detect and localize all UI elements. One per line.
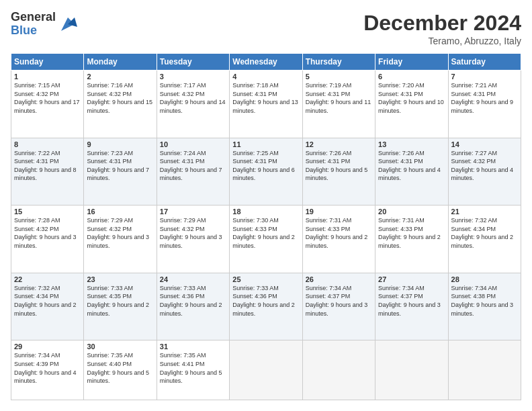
day-info: Sunrise: 7:35 AMSunset: 4:40 PMDaylight:… <box>87 351 153 385</box>
table-row: 14Sunrise: 7:27 AMSunset: 4:32 PMDayligh… <box>448 138 521 205</box>
day-number: 26 <box>306 275 372 283</box>
logo: General Blue <box>11 11 77 38</box>
day-info: Sunrise: 7:21 AMSunset: 4:31 PMDaylight:… <box>451 81 518 115</box>
table-row: 27Sunrise: 7:34 AMSunset: 4:37 PMDayligh… <box>375 273 448 340</box>
day-number: 9 <box>87 140 153 148</box>
day-info: Sunrise: 7:33 AMSunset: 4:35 PMDaylight:… <box>87 284 153 318</box>
day-number: 23 <box>87 275 153 283</box>
day-number: 17 <box>160 208 226 216</box>
table-row: 24Sunrise: 7:33 AMSunset: 4:36 PMDayligh… <box>157 273 229 340</box>
day-info: Sunrise: 7:27 AMSunset: 4:32 PMDaylight:… <box>451 149 518 183</box>
day-number: 5 <box>306 73 372 81</box>
day-info: Sunrise: 7:15 AMSunset: 4:32 PMDaylight:… <box>14 81 81 115</box>
day-number: 7 <box>451 73 518 81</box>
month-title: December 2024 <box>363 11 521 36</box>
table-row: 3Sunrise: 7:17 AMSunset: 4:32 PMDaylight… <box>157 71 229 138</box>
day-info: Sunrise: 7:28 AMSunset: 4:32 PMDaylight:… <box>14 216 81 250</box>
table-row <box>375 340 448 400</box>
day-info: Sunrise: 7:26 AMSunset: 4:31 PMDaylight:… <box>378 149 445 183</box>
day-number: 24 <box>160 275 226 283</box>
day-number: 22 <box>14 275 81 283</box>
day-info: Sunrise: 7:32 AMSunset: 4:34 PMDaylight:… <box>451 216 518 250</box>
table-row: 21Sunrise: 7:32 AMSunset: 4:34 PMDayligh… <box>448 205 521 273</box>
table-row <box>302 340 375 400</box>
day-info: Sunrise: 7:24 AMSunset: 4:31 PMDaylight:… <box>160 149 226 183</box>
day-number: 14 <box>451 140 518 148</box>
day-number: 6 <box>378 73 445 81</box>
day-info: Sunrise: 7:16 AMSunset: 4:32 PMDaylight:… <box>87 81 153 115</box>
table-row: 5Sunrise: 7:19 AMSunset: 4:31 PMDaylight… <box>302 71 375 138</box>
day-info: Sunrise: 7:22 AMSunset: 4:31 PMDaylight:… <box>14 149 81 183</box>
day-info: Sunrise: 7:34 AMSunset: 4:37 PMDaylight:… <box>378 284 445 318</box>
day-number: 25 <box>232 275 299 283</box>
title-block: December 2024 Teramo, Abruzzo, Italy <box>363 11 521 46</box>
day-number: 16 <box>87 208 153 216</box>
day-info: Sunrise: 7:25 AMSunset: 4:31 PMDaylight:… <box>232 149 299 183</box>
table-row: 29Sunrise: 7:34 AMSunset: 4:39 PMDayligh… <box>11 340 84 400</box>
table-row: 4Sunrise: 7:18 AMSunset: 4:31 PMDaylight… <box>230 71 302 138</box>
day-number: 2 <box>87 73 153 81</box>
table-row: 22Sunrise: 7:32 AMSunset: 4:34 PMDayligh… <box>11 273 84 340</box>
day-number: 30 <box>87 342 153 351</box>
location: Teramo, Abruzzo, Italy <box>363 36 521 46</box>
table-row: 2Sunrise: 7:16 AMSunset: 4:32 PMDaylight… <box>84 71 157 138</box>
day-info: Sunrise: 7:23 AMSunset: 4:31 PMDaylight:… <box>87 149 153 183</box>
header-sunday: Sunday <box>11 54 84 71</box>
day-number: 8 <box>14 140 81 148</box>
header-wednesday: Wednesday <box>230 54 302 71</box>
day-info: Sunrise: 7:20 AMSunset: 4:31 PMDaylight:… <box>378 81 445 115</box>
day-info: Sunrise: 7:18 AMSunset: 4:31 PMDaylight:… <box>232 81 299 115</box>
day-number: 11 <box>232 140 299 148</box>
day-number: 20 <box>378 208 445 216</box>
day-info: Sunrise: 7:29 AMSunset: 4:32 PMDaylight:… <box>160 216 226 250</box>
table-row: 30Sunrise: 7:35 AMSunset: 4:40 PMDayligh… <box>84 340 157 400</box>
day-info: Sunrise: 7:30 AMSunset: 4:33 PMDaylight:… <box>232 216 299 250</box>
day-number: 21 <box>451 208 518 216</box>
calendar-table: Sunday Monday Tuesday Wednesday Thursday… <box>11 53 521 400</box>
table-row: 6Sunrise: 7:20 AMSunset: 4:31 PMDaylight… <box>375 71 448 138</box>
day-number: 10 <box>160 140 226 148</box>
table-row: 1Sunrise: 7:15 AMSunset: 4:32 PMDaylight… <box>11 71 84 138</box>
table-row: 15Sunrise: 7:28 AMSunset: 4:32 PMDayligh… <box>11 205 84 273</box>
day-info: Sunrise: 7:29 AMSunset: 4:32 PMDaylight:… <box>87 216 153 250</box>
table-row: 26Sunrise: 7:34 AMSunset: 4:37 PMDayligh… <box>302 273 375 340</box>
header-tuesday: Tuesday <box>157 54 229 71</box>
day-number: 3 <box>160 73 226 81</box>
day-number: 15 <box>14 208 81 216</box>
page: General Blue December 2024 Teramo, Abruz… <box>0 0 532 411</box>
table-row: 28Sunrise: 7:34 AMSunset: 4:38 PMDayligh… <box>448 273 521 340</box>
table-row: 31Sunrise: 7:35 AMSunset: 4:41 PMDayligh… <box>157 340 229 400</box>
day-number: 29 <box>14 342 81 351</box>
day-number: 4 <box>232 73 299 81</box>
day-number: 19 <box>306 208 372 216</box>
table-row: 13Sunrise: 7:26 AMSunset: 4:31 PMDayligh… <box>375 138 448 205</box>
day-number: 18 <box>232 208 299 216</box>
day-info: Sunrise: 7:17 AMSunset: 4:32 PMDaylight:… <box>160 81 226 115</box>
logo-blue: Blue <box>11 24 56 38</box>
table-row: 25Sunrise: 7:33 AMSunset: 4:36 PMDayligh… <box>230 273 302 340</box>
table-row: 9Sunrise: 7:23 AMSunset: 4:31 PMDaylight… <box>84 138 157 205</box>
table-row: 11Sunrise: 7:25 AMSunset: 4:31 PMDayligh… <box>230 138 302 205</box>
day-info: Sunrise: 7:35 AMSunset: 4:41 PMDaylight:… <box>160 351 226 385</box>
table-row: 7Sunrise: 7:21 AMSunset: 4:31 PMDaylight… <box>448 71 521 138</box>
table-row: 17Sunrise: 7:29 AMSunset: 4:32 PMDayligh… <box>157 205 229 273</box>
day-number: 12 <box>306 140 372 148</box>
day-info: Sunrise: 7:33 AMSunset: 4:36 PMDaylight:… <box>160 284 226 318</box>
logo-text: General Blue <box>11 11 56 38</box>
table-row: 12Sunrise: 7:26 AMSunset: 4:31 PMDayligh… <box>302 138 375 205</box>
day-number: 1 <box>14 73 81 81</box>
day-info: Sunrise: 7:34 AMSunset: 4:39 PMDaylight:… <box>14 351 81 385</box>
header-saturday: Saturday <box>448 54 521 71</box>
table-row <box>448 340 521 400</box>
header-friday: Friday <box>375 54 448 71</box>
day-number: 31 <box>160 342 226 351</box>
table-row: 18Sunrise: 7:30 AMSunset: 4:33 PMDayligh… <box>230 205 302 273</box>
header-thursday: Thursday <box>302 54 375 71</box>
day-info: Sunrise: 7:34 AMSunset: 4:38 PMDaylight:… <box>451 284 518 318</box>
day-number: 28 <box>451 275 518 283</box>
day-info: Sunrise: 7:32 AMSunset: 4:34 PMDaylight:… <box>14 284 81 318</box>
table-row: 16Sunrise: 7:29 AMSunset: 4:32 PMDayligh… <box>84 205 157 273</box>
day-info: Sunrise: 7:31 AMSunset: 4:33 PMDaylight:… <box>306 216 372 250</box>
day-number: 13 <box>378 140 445 148</box>
calendar-header-row: Sunday Monday Tuesday Wednesday Thursday… <box>11 54 521 71</box>
